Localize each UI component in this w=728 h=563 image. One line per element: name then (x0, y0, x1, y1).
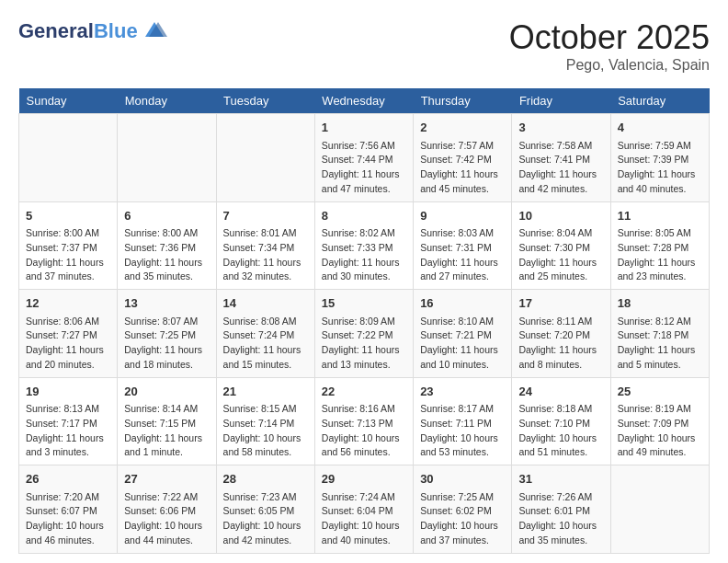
day-info: and 13 minutes. (322, 359, 391, 370)
day-info: Sunrise: 8:16 AM (322, 403, 395, 414)
day-number: 21 (223, 383, 308, 401)
day-info: Sunrise: 7:57 AM (420, 140, 494, 151)
day-info: Daylight: 10 hours (322, 432, 400, 443)
day-info: Sunrise: 8:05 AM (618, 227, 691, 238)
calendar-cell: 10Sunrise: 8:04 AMSunset: 7:30 PMDayligh… (512, 201, 610, 290)
day-info: Sunrise: 7:25 AM (420, 491, 494, 502)
day-info: Sunrise: 8:02 AM (322, 227, 395, 238)
day-number: 5 (26, 207, 110, 225)
day-info: and 5 minutes. (618, 359, 681, 370)
day-info: Sunrise: 8:00 AM (26, 227, 99, 238)
day-info: and 53 minutes. (420, 446, 489, 457)
logo: GeneralBlue (18, 18, 167, 44)
day-info: Daylight: 11 hours (618, 344, 696, 355)
day-info: Sunset: 7:24 PM (223, 329, 295, 340)
day-info: Sunset: 7:39 PM (618, 154, 689, 165)
day-info: Sunset: 7:09 PM (618, 418, 689, 429)
day-info: Daylight: 11 hours (518, 168, 597, 179)
day-info: Daylight: 11 hours (124, 257, 202, 268)
day-number: 25 (618, 383, 702, 401)
calendar-cell: 8Sunrise: 8:02 AMSunset: 7:33 PMDaylight… (314, 201, 413, 290)
day-info: Sunrise: 8:15 AM (223, 403, 297, 414)
calendar-cell: 2Sunrise: 7:57 AMSunset: 7:42 PMDaylight… (414, 114, 512, 202)
day-info: and 30 minutes. (322, 270, 391, 282)
calendar-cell: 1Sunrise: 7:56 AMSunset: 7:44 PMDaylight… (314, 114, 413, 202)
day-info: Sunrise: 8:19 AM (618, 403, 691, 414)
day-number: 29 (322, 470, 406, 488)
day-info: and 3 minutes. (26, 446, 89, 457)
calendar-cell: 5Sunrise: 8:00 AMSunset: 7:37 PMDaylight… (19, 201, 118, 290)
day-number: 7 (223, 207, 308, 225)
day-info: and 45 minutes. (420, 183, 489, 194)
day-info: Sunset: 7:14 PM (223, 418, 295, 429)
calendar-cell (118, 114, 216, 202)
weekday-header: Sunday (19, 88, 118, 114)
day-info: Daylight: 11 hours (26, 344, 104, 355)
weekday-header: Saturday (610, 88, 709, 114)
day-info: Daylight: 10 hours (223, 520, 301, 531)
day-info: Sunset: 7:20 PM (518, 329, 590, 340)
day-number: 27 (124, 470, 209, 488)
title-block: October 2025 Pego, Valencia, Spain (509, 18, 710, 74)
day-number: 11 (618, 207, 702, 225)
logo-icon (142, 18, 167, 44)
day-info: and 56 minutes. (322, 446, 391, 457)
day-info: Sunrise: 8:06 AM (26, 316, 99, 327)
day-number: 31 (518, 470, 603, 488)
calendar-cell: 18Sunrise: 8:12 AMSunset: 7:18 PMDayligh… (610, 290, 709, 378)
weekday-header: Friday (512, 88, 610, 114)
calendar-cell: 4Sunrise: 7:59 AMSunset: 7:39 PMDaylight… (610, 114, 709, 202)
day-number: 12 (26, 294, 110, 313)
calendar-week-row: 5Sunrise: 8:00 AMSunset: 7:37 PMDaylight… (19, 201, 710, 290)
day-number: 15 (322, 294, 406, 313)
calendar-cell: 30Sunrise: 7:25 AMSunset: 6:02 PMDayligh… (414, 465, 512, 554)
day-info: and 10 minutes. (420, 359, 489, 370)
day-number: 20 (124, 383, 209, 401)
calendar-week-row: 12Sunrise: 8:06 AMSunset: 7:27 PMDayligh… (19, 290, 710, 378)
day-info: Daylight: 11 hours (420, 168, 498, 179)
day-number: 16 (420, 294, 505, 313)
day-info: Sunset: 7:34 PM (223, 242, 295, 253)
day-info: Sunset: 7:15 PM (124, 418, 196, 429)
day-info: Sunrise: 8:04 AM (518, 227, 592, 238)
day-info: Sunset: 7:31 PM (420, 242, 492, 253)
calendar-cell: 14Sunrise: 8:08 AMSunset: 7:24 PMDayligh… (216, 290, 314, 378)
day-info: and 44 minutes. (124, 534, 193, 546)
day-info: and 20 minutes. (26, 359, 95, 370)
day-info: and 49 minutes. (618, 446, 687, 457)
day-info: and 32 minutes. (223, 270, 292, 282)
day-number: 10 (518, 207, 603, 225)
day-number: 17 (518, 294, 603, 313)
day-info: and 35 minutes. (124, 270, 193, 282)
day-info: Sunset: 7:22 PM (322, 329, 393, 340)
day-info: and 37 minutes. (26, 270, 95, 282)
day-info: and 1 minute. (124, 446, 183, 457)
calendar-cell (19, 114, 118, 202)
weekday-header: Tuesday (216, 88, 314, 114)
day-info: Sunrise: 7:26 AM (518, 491, 592, 502)
day-info: Daylight: 10 hours (420, 520, 498, 531)
calendar-cell: 9Sunrise: 8:03 AMSunset: 7:31 PMDaylight… (414, 201, 512, 290)
calendar-cell: 24Sunrise: 8:18 AMSunset: 7:10 PMDayligh… (512, 377, 610, 465)
day-info: Daylight: 10 hours (322, 520, 400, 531)
calendar-cell: 11Sunrise: 8:05 AMSunset: 7:28 PMDayligh… (610, 201, 709, 290)
weekday-header: Wednesday (314, 88, 413, 114)
day-info: Daylight: 11 hours (124, 344, 202, 355)
day-info: Daylight: 10 hours (420, 432, 498, 443)
day-info: Sunrise: 8:18 AM (518, 403, 592, 414)
day-info: Sunset: 6:04 PM (322, 505, 393, 516)
calendar-week-row: 26Sunrise: 7:20 AMSunset: 6:07 PMDayligh… (19, 465, 710, 554)
day-info: and 58 minutes. (223, 446, 292, 457)
calendar-week-row: 1Sunrise: 7:56 AMSunset: 7:44 PMDaylight… (19, 114, 710, 202)
day-info: Sunrise: 7:22 AM (124, 491, 198, 502)
day-info: Sunset: 7:30 PM (518, 242, 590, 253)
day-info: Sunset: 7:36 PM (124, 242, 196, 253)
day-number: 19 (26, 383, 110, 401)
day-info: Daylight: 11 hours (322, 257, 400, 268)
day-info: Daylight: 10 hours (618, 432, 696, 443)
day-info: Sunset: 7:37 PM (26, 242, 97, 253)
day-info: Daylight: 11 hours (26, 432, 104, 443)
calendar-cell: 20Sunrise: 8:14 AMSunset: 7:15 PMDayligh… (118, 377, 216, 465)
day-info: Sunrise: 8:17 AM (420, 403, 494, 414)
calendar-cell: 13Sunrise: 8:07 AMSunset: 7:25 PMDayligh… (118, 290, 216, 378)
